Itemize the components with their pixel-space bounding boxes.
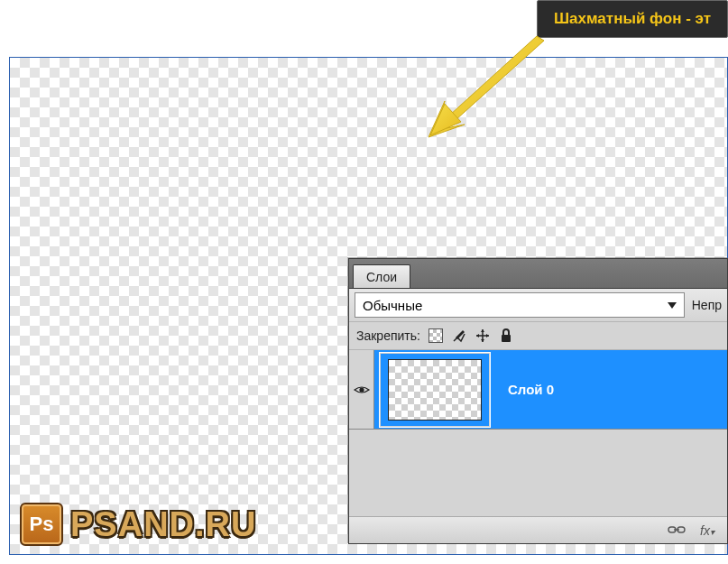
blend-mode-row: Обычные Непр bbox=[349, 289, 727, 322]
svg-rect-2 bbox=[502, 335, 511, 342]
blend-mode-select[interactable]: Обычные bbox=[355, 292, 685, 318]
layer-visibility-toggle[interactable] bbox=[349, 350, 374, 429]
thumbnail-checker-icon bbox=[388, 359, 482, 421]
link-layers-button[interactable] bbox=[668, 523, 686, 538]
annotation-tooltip: Шахматный фон - эт bbox=[537, 0, 728, 38]
layer-thumbnail[interactable] bbox=[380, 353, 490, 427]
blend-mode-value: Обычные bbox=[363, 298, 422, 313]
watermark-text: PSAND.RU bbox=[70, 505, 256, 544]
opacity-label: Непр bbox=[692, 298, 722, 312]
checker-icon bbox=[429, 328, 443, 343]
lock-pixels-button[interactable] bbox=[451, 328, 467, 344]
layer-name-label[interactable]: Слой 0 bbox=[508, 382, 554, 397]
panel-tab-bar: Слои bbox=[349, 259, 727, 288]
lock-all-button[interactable] bbox=[498, 328, 514, 344]
eye-icon bbox=[354, 384, 370, 395]
layers-panel: Слои Обычные Непр Закрепить: bbox=[348, 258, 728, 544]
lock-transparency-button[interactable] bbox=[428, 328, 444, 344]
lock-row: Закрепить: bbox=[349, 322, 727, 350]
ps-badge-icon: Ps bbox=[20, 503, 63, 546]
tab-layers[interactable]: Слои bbox=[353, 264, 410, 288]
panel-body: Обычные Непр Закрепить: bbox=[349, 288, 727, 543]
lock-label: Закрепить: bbox=[356, 328, 420, 343]
panel-footer: fx▾ bbox=[349, 516, 727, 543]
svg-point-3 bbox=[359, 387, 364, 392]
layer-row[interactable]: Слой 0 bbox=[349, 350, 727, 430]
layer-effects-button[interactable]: fx▾ bbox=[700, 523, 714, 538]
lock-position-button[interactable] bbox=[475, 328, 491, 344]
watermark: Ps PSAND.RU bbox=[20, 503, 256, 546]
chevron-down-icon bbox=[668, 302, 677, 309]
layers-empty-area bbox=[349, 430, 727, 516]
